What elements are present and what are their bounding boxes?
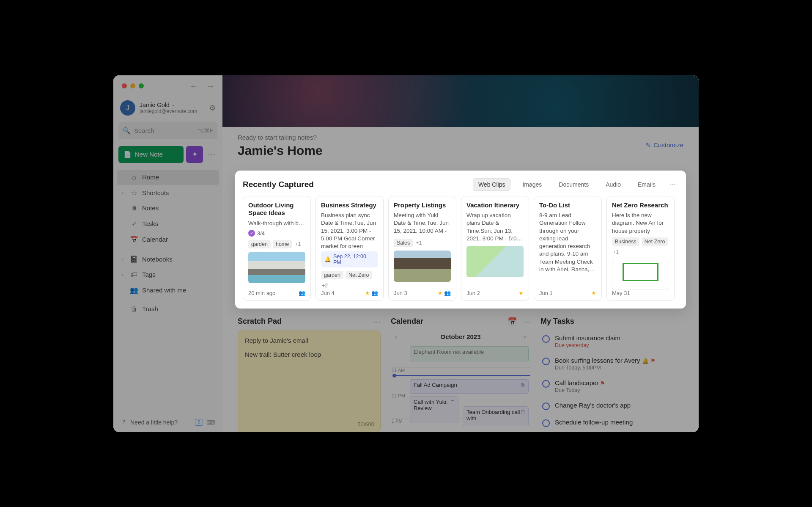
task-checkbox[interactable]: [542, 419, 550, 427]
tag[interactable]: garden: [248, 240, 271, 248]
back-arrow[interactable]: ←: [189, 81, 198, 91]
tab-emails[interactable]: Emails: [633, 179, 661, 190]
tag[interactable]: Net Zero: [642, 237, 668, 246]
nav-shortcuts[interactable]: ›☆Shortcuts: [117, 185, 219, 201]
search-input[interactable]: 🔍 Search ⌥⌘F: [118, 122, 217, 139]
note-link-icon[interactable]: 🗒: [450, 399, 455, 405]
card-date: Jun 3: [394, 290, 407, 296]
task-checkbox[interactable]: [542, 335, 550, 343]
shared-icon: 👥: [444, 290, 451, 296]
tag[interactable]: garden: [321, 271, 343, 279]
cal-event[interactable]: Team Onboarding call with🗒: [463, 406, 529, 426]
star-icon: ☆: [130, 189, 138, 197]
home-prompt: Ready to start taking notes?: [238, 134, 683, 141]
tab-documents[interactable]: Documents: [554, 179, 594, 190]
window-controls: ← →: [117, 75, 219, 97]
card-thumbnail: [248, 252, 305, 283]
cal-next[interactable]: →: [518, 331, 528, 342]
tag-more[interactable]: +1: [415, 239, 422, 247]
recent-more-icon[interactable]: ⋯: [667, 181, 678, 188]
nav-calendar[interactable]: 📅Calendar: [117, 231, 219, 247]
nav-tasks[interactable]: ✓Tasks: [117, 216, 219, 231]
task-title: Submit insurance claim: [555, 334, 620, 342]
tab-images[interactable]: Images: [517, 179, 547, 190]
forward-arrow[interactable]: →: [206, 81, 215, 91]
bell-icon: 🔔: [324, 256, 331, 262]
sidebar: ← → J Jamie Gold ⌄ jamiegold@evernote.co…: [113, 75, 222, 432]
nav-home-label: Home: [142, 174, 159, 181]
card-date: May 31: [612, 290, 630, 296]
task-item[interactable]: Call landscaper⚑ Due Today: [540, 375, 683, 397]
widget-menu-icon[interactable]: ⋯: [373, 317, 381, 326]
nav-shared-label: Shared with me: [142, 287, 186, 294]
note-card[interactable]: Business Strategy Business plan sync Dat…: [315, 196, 384, 301]
task-title: Call landscaper: [555, 379, 598, 386]
more-button[interactable]: ⋯: [206, 146, 217, 163]
keyboard-icon[interactable]: ⌨: [206, 419, 215, 426]
card-title: Business Strategy: [321, 201, 378, 209]
scratch-title: Scratch Pad: [238, 317, 282, 326]
nav-trash[interactable]: 🗑Trash: [117, 301, 219, 317]
nav-home[interactable]: ⌂Home: [117, 170, 219, 185]
scratch-pad[interactable]: Reply to Jamie's email New trail: Sutter…: [238, 331, 381, 432]
note-card[interactable]: Property Listings Meeting with Yuki Date…: [388, 196, 456, 301]
task-item[interactable]: Submit insurance claim Due yesterday: [540, 330, 683, 353]
tab-audio[interactable]: Audio: [601, 179, 626, 190]
card-title: Outdoor Living Space Ideas: [248, 201, 305, 218]
note-card[interactable]: Net Zero Research Here is the new diagra…: [606, 196, 675, 301]
tag-more[interactable]: +1: [612, 248, 620, 256]
card-snippet: Business plan sync Date & Time:Tue, Jun …: [321, 212, 378, 248]
bell-icon: 🔔: [642, 358, 649, 364]
tag-more[interactable]: +1: [294, 240, 302, 248]
cal-event[interactable]: Elephant Room not available: [410, 346, 529, 362]
calendar-open-icon[interactable]: 📅: [508, 317, 517, 326]
nav-notes[interactable]: 🗎Notes: [117, 201, 219, 216]
scratch-line: New trail: Sutter creek loop: [245, 351, 373, 358]
nav-shared[interactable]: 👥Shared with me: [117, 282, 219, 298]
star-icon: ★: [518, 290, 524, 296]
task-item[interactable]: Schedule follow-up meeting: [540, 414, 683, 431]
tag[interactable]: Sales: [394, 239, 413, 247]
card-thumbnail: [466, 246, 524, 277]
tag[interactable]: Business: [612, 237, 639, 246]
customize-button[interactable]: ✎ Customize: [645, 141, 683, 149]
note-link-icon[interactable]: 🗎: [520, 382, 526, 389]
recently-captured-panel: Recently Captured Web Clips Images Docum…: [235, 171, 686, 309]
help-link[interactable]: Need a little help?: [130, 419, 178, 426]
card-snippet: Walk-through with b…: [248, 220, 305, 227]
scratch-count: 50/600: [357, 421, 374, 427]
tag[interactable]: Net Zero: [346, 271, 372, 279]
ai-button[interactable]: ✦: [186, 146, 203, 163]
cal-event[interactable]: Call with Yuki: Review🗒: [410, 396, 458, 423]
widget-menu-icon[interactable]: ⋯: [523, 317, 530, 326]
note-link-icon[interactable]: 🗒: [520, 409, 526, 416]
note-card[interactable]: Outdoor Living Space Ideas Walk-through …: [243, 196, 311, 301]
calendar-grid[interactable]: 11 AM 12 PM 1 PM Elephant Room not avail…: [391, 346, 530, 426]
card-snippet: Meeting with Yuki Date & Time:Tue, Jun 1…: [394, 212, 451, 235]
card-title: To-Do List: [539, 201, 596, 209]
task-checkbox[interactable]: [542, 402, 550, 410]
minimize-dot[interactable]: [130, 83, 135, 88]
note-card[interactable]: To-Do List 8-9 am Lead Generation Follow…: [534, 196, 602, 301]
star-icon: ★: [438, 290, 443, 296]
user-row[interactable]: J Jamie Gold ⌄ jamiegold@evernote.com ⚙: [117, 97, 219, 120]
cal-prev[interactable]: ←: [393, 331, 403, 342]
gear-icon[interactable]: ⚙: [209, 103, 216, 113]
calendar-icon: 📅: [130, 235, 138, 243]
cal-month: October 2023: [440, 333, 480, 340]
tag-more[interactable]: +2: [321, 281, 329, 290]
nav-notebooks[interactable]: ›📓Notebooks: [117, 251, 219, 267]
cal-event[interactable]: Fall Ad Campaign🗎: [410, 379, 529, 394]
tag[interactable]: home: [273, 240, 292, 248]
task-checkbox[interactable]: [542, 358, 550, 365]
zoom-dot[interactable]: [139, 83, 144, 88]
close-dot[interactable]: [122, 83, 127, 88]
note-card[interactable]: Vacation Itinerary Wrap up vacation plan…: [461, 196, 529, 301]
task-item[interactable]: Change Ray's doctor's app: [540, 397, 683, 414]
hour-label: 11 AM: [392, 368, 405, 373]
new-note-button[interactable]: 📄 New Note: [118, 146, 184, 163]
tab-web-clips[interactable]: Web Clips: [473, 178, 511, 191]
nav-tags[interactable]: ›🏷Tags: [117, 267, 219, 282]
task-item[interactable]: Book surfing lessons for Avery🔔⚑ Due Tod…: [540, 353, 683, 375]
task-checkbox[interactable]: [542, 380, 550, 388]
